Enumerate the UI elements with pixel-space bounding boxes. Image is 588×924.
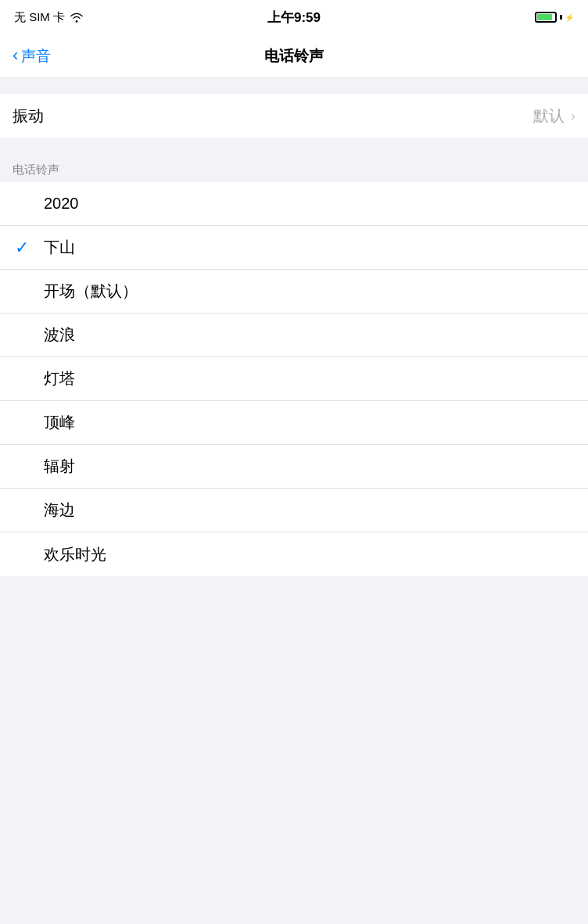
top-spacer [0,78,588,86]
ringtone-section-header: 电话铃声 [0,153,588,182]
ringtone-item-2020[interactable]: 2020 [0,182,588,226]
ringtone-item-dingfeng[interactable]: 顶峰 [0,401,588,445]
carrier-text: 无 SIM 卡 [14,10,65,25]
vibration-group: 振动 默认 › [0,94,588,138]
ringtone-item-haibian[interactable]: 海边 [0,489,588,532]
group-spacer-1 [0,138,588,153]
ringtone-name-haibian: 海边 [44,500,575,521]
battery-indicator: ⚡ [535,12,574,23]
status-left: 无 SIM 卡 [14,10,84,25]
ringtone-section-label: 电话铃声 [13,163,59,176]
ringtone-list: 2020✓下山开场（默认）波浪灯塔顶峰辐射海边欢乐时光 [0,182,588,576]
ringtone-name-dingfeng: 顶峰 [44,412,575,433]
ringtone-name-huanle: 欢乐时光 [44,544,575,565]
charging-icon: ⚡ [565,13,574,22]
ringtone-name-dengta: 灯塔 [44,368,575,389]
ringtone-name-fushe: 辐射 [44,456,575,477]
vibration-label: 振动 [13,106,533,127]
navigation-bar: ‹ 声音 电话铃声 [0,34,588,78]
battery-fill [537,14,552,20]
ringtone-item-bolang[interactable]: 波浪 [0,313,588,357]
ringtone-name-kaichang: 开场（默认） [44,281,575,302]
wifi-icon [70,12,84,23]
battery-body [535,12,557,23]
ringtone-name-xiashan: 下山 [44,237,575,258]
ringtone-item-kaichang[interactable]: 开场（默认） [0,270,588,313]
checkmark-icon: ✓ [13,238,31,258]
battery-tip [560,15,562,20]
ringtone-item-dengta[interactable]: 灯塔 [0,357,588,401]
vibration-chevron-icon: › [571,108,575,124]
ringtone-name-bolang: 波浪 [44,324,575,346]
back-label: 声音 [21,46,51,66]
status-right: ⚡ [535,12,574,23]
back-button[interactable]: ‹ 声音 [13,46,51,66]
ringtone-item-fushe[interactable]: 辐射 [0,445,588,489]
status-time: 上午9:59 [267,9,321,27]
vibration-row[interactable]: 振动 默认 › [0,94,588,138]
back-chevron-icon: ‹ [13,47,18,64]
status-bar: 无 SIM 卡 上午9:59 ⚡ [0,0,588,34]
ringtone-item-xiashan[interactable]: ✓下山 [0,226,588,270]
ringtone-name-2020: 2020 [44,195,575,213]
page-title: 电话铃声 [264,46,324,66]
ringtone-item-huanle[interactable]: 欢乐时光 [0,532,588,576]
vibration-value: 默认 [533,106,565,127]
